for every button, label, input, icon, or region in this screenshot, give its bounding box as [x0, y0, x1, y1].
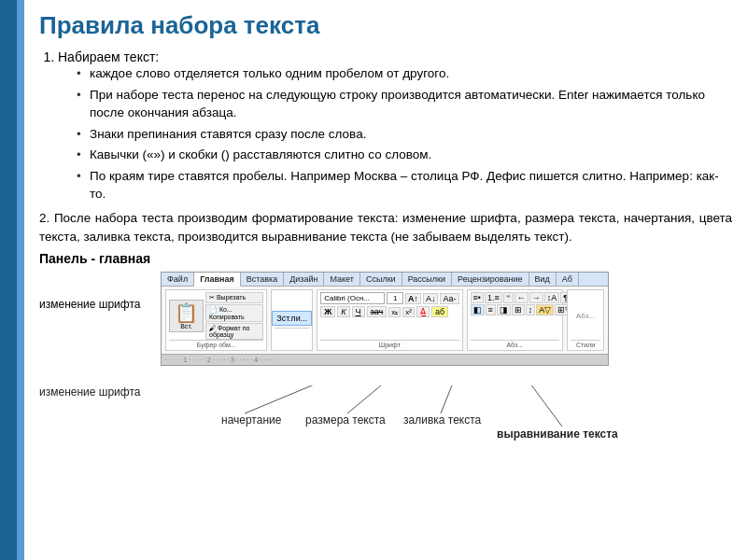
- ruler-text: · · · · · 1 · · · · · 2 · · · · · 3 · · …: [165, 357, 276, 363]
- bullet-item-1: каждое слово отделяется только одним про…: [73, 64, 732, 83]
- svg-line-3: [441, 385, 459, 413]
- line-spacing-button[interactable]: ↕: [526, 304, 536, 315]
- ribbon-screenshot: Файл Главная Вставка Дизайн Макет Ссылки…: [161, 272, 609, 366]
- label-font: изменение шрифта: [39, 385, 140, 399]
- styles-group-label: Стили: [571, 340, 600, 348]
- label-style: начертание: [221, 413, 281, 427]
- align-right-button[interactable]: ◨: [497, 304, 511, 315]
- vst-label: [275, 328, 309, 329]
- label-font-change: изменение шрифта: [39, 298, 140, 311]
- bullet-list: каждое слово отделяется только одним про…: [73, 64, 732, 203]
- tab-review[interactable]: Рецензирование: [452, 273, 529, 286]
- superscript-button[interactable]: x²: [402, 307, 415, 317]
- bold-button[interactable]: Ж: [320, 306, 335, 317]
- ribbon-tabs: Файл Главная Вставка Дизайн Макет Ссылки…: [162, 273, 608, 287]
- tab-design[interactable]: Дизайн: [284, 273, 324, 286]
- numbering-button[interactable]: 1.≡: [485, 292, 502, 303]
- clipboard-group-label: Буфер обм...: [169, 340, 263, 348]
- labels-area: изменение шрифта начертание размера текс…: [39, 385, 732, 446]
- bullets-button[interactable]: ≡•: [471, 292, 484, 303]
- tab-mail[interactable]: Рассылки: [402, 273, 452, 286]
- numbered-item-1: Набираем текст: каждое слово отделяется …: [58, 49, 732, 203]
- font-size-select[interactable]: 1: [387, 292, 402, 304]
- paste-button[interactable]: 📋 Вст.: [169, 300, 204, 332]
- font-group-label: Шрифт: [320, 340, 458, 348]
- page-title: Правила набора текста: [39, 11, 732, 40]
- panel-title: Панель - главная: [39, 251, 732, 266]
- highlight-button[interactable]: аб: [431, 306, 448, 317]
- left-bar: [0, 0, 17, 560]
- italic-button[interactable]: К: [337, 306, 349, 317]
- indent-inc-button[interactable]: →: [529, 292, 543, 303]
- tab-ab[interactable]: Аб: [557, 273, 579, 286]
- label-align: выравнивание текста: [497, 427, 618, 441]
- label-fill: заливка текста: [403, 413, 481, 427]
- justify-button[interactable]: ⊞: [512, 304, 525, 315]
- arrows-svg: [39, 385, 732, 446]
- svg-line-4: [525, 385, 562, 427]
- copy-button[interactable]: 📄 Ко... Копировать: [205, 304, 263, 322]
- tab-view[interactable]: Вид: [529, 273, 557, 286]
- paragraph-group-label: Абз...: [471, 340, 560, 348]
- styles-placeholder: Абз...: [571, 292, 600, 340]
- paste-icon: 📋: [175, 302, 198, 323]
- bullet-item-2: При наборе теста перенос на следующую ст…: [73, 86, 732, 122]
- bullet-item-5: По краям тире ставятся пробелы. Например…: [73, 167, 732, 203]
- format-painter-button[interactable]: 🖌 Формат по образцу: [205, 323, 263, 340]
- vst-button[interactable]: Зст.пи...: [272, 311, 312, 326]
- underline-button[interactable]: Ч: [352, 306, 365, 317]
- sort-button[interactable]: ↕А: [544, 292, 560, 303]
- section-2-text: 2. После набора теста производим формати…: [39, 209, 732, 245]
- bullet-item-4: Кавычки («») и скобки () расставляются с…: [73, 146, 732, 164]
- subscript-button[interactable]: x₂: [388, 307, 401, 317]
- cut-button[interactable]: ✂ Вырезать: [205, 292, 263, 303]
- font-name-select[interactable]: Calibri (Осн...: [320, 292, 385, 304]
- ruler: · · · · · 1 · · · · · 2 · · · · · 3 · · …: [162, 354, 608, 365]
- numbered-list: Набираем текст: каждое слово отделяется …: [58, 49, 732, 203]
- blue-accent: [17, 0, 24, 560]
- clear-format-button[interactable]: Аа-: [440, 293, 458, 304]
- multilevel-button[interactable]: ⁼: [503, 292, 514, 303]
- font-grow-button[interactable]: A↑: [405, 293, 421, 304]
- svg-line-1: [245, 385, 357, 413]
- align-center-button[interactable]: ≡: [486, 304, 496, 315]
- tab-layout[interactable]: Макет: [324, 273, 359, 286]
- label-size: размера текста: [305, 413, 386, 427]
- tab-insert[interactable]: Вставка: [241, 273, 284, 286]
- shading-button[interactable]: А▽: [536, 304, 554, 315]
- align-left-button[interactable]: ◧: [471, 304, 485, 315]
- tab-home[interactable]: Главная: [194, 273, 241, 287]
- ribbon-body: 📋 Вст. ✂ Вырезать 📄 Ко... Копировать 🖌 Ф…: [162, 287, 608, 354]
- svg-line-2: [347, 385, 403, 413]
- paste-label: Вст.: [180, 323, 192, 329]
- heading-1: Набираем текст:: [58, 49, 159, 64]
- bullet-item-3: Знаки препинания ставятся сразу после сл…: [73, 125, 732, 144]
- font-color-button[interactable]: А̲: [416, 306, 430, 317]
- strikethrough-button[interactable]: зач: [367, 306, 388, 317]
- main-content: Правила набора текста Набираем текст: ка…: [24, 0, 747, 560]
- indent-dec-button[interactable]: ←: [514, 292, 529, 303]
- tab-file[interactable]: Файл: [162, 273, 194, 286]
- font-shrink-button[interactable]: A↓: [423, 293, 439, 304]
- tab-refs[interactable]: Ссылки: [360, 273, 402, 286]
